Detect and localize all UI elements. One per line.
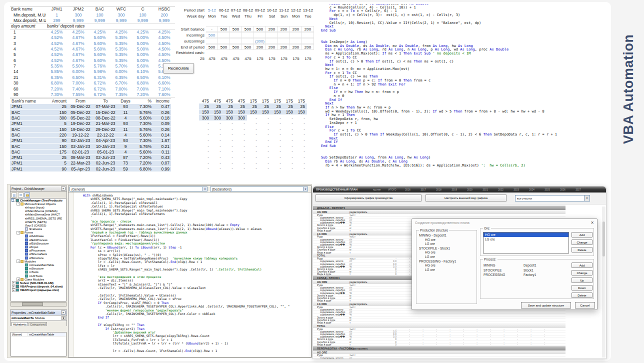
cell[interactable]: 4.52% — [46, 34, 68, 40]
cell[interactable]: - — [223, 126, 235, 132]
cell[interactable]: BAC — [10, 110, 49, 115]
cell[interactable]: 300 — [110, 12, 132, 18]
cell[interactable]: 7.40% — [68, 86, 89, 92]
cell[interactable]: 4 — [118, 115, 133, 120]
cell[interactable]: 08-12 — [242, 8, 254, 12]
cell[interactable]: 175 — [49, 149, 68, 154]
cell[interactable]: 475 — [211, 98, 223, 104]
cell[interactable]: 25 — [259, 104, 271, 109]
project-tree-item[interactable]: ufStructure — [11, 256, 66, 260]
process-delete-button[interactable]: Delete — [572, 292, 592, 298]
expand-icon[interactable]: + — [12, 285, 16, 288]
cell[interactable]: - — [271, 126, 283, 132]
cell[interactable]: 0.26 — [153, 126, 171, 132]
cell[interactable]: 4.67% — [68, 46, 89, 52]
close-icon[interactable]: × — [61, 310, 66, 314]
cell[interactable]: 21-Mar-23 — [93, 121, 118, 126]
cell[interactable]: 6.60% — [154, 80, 175, 86]
cell[interactable]: JPM1 — [10, 166, 49, 172]
cell[interactable]: 0.26 — [153, 110, 171, 115]
cell[interactable]: 475 — [235, 98, 247, 104]
cell[interactable]: 175 — [254, 56, 266, 61]
cell[interactable]: 4.52% — [46, 40, 68, 46]
cell[interactable]: 6.80% — [46, 80, 68, 86]
cell[interactable]: Amount — [49, 98, 68, 104]
cell[interactable]: 475 — [206, 56, 218, 61]
scrollbar-thumb[interactable] — [602, 222, 605, 256]
cell[interactable]: 19-Dec-22 — [68, 126, 93, 132]
cell[interactable]: 200 — [302, 44, 314, 50]
cell[interactable]: - — [271, 166, 283, 172]
cell[interactable]: - — [271, 138, 283, 143]
structure-item[interactable]: LG ore — [419, 242, 476, 246]
cell[interactable]: 4 — [118, 149, 133, 154]
structure-item[interactable]: PROCESSING - Factory1 — [419, 260, 476, 264]
cell[interactable]: - — [283, 120, 295, 126]
cell[interactable]: 4.67% — [68, 52, 89, 58]
cell[interactable]: 4.67% — [68, 58, 89, 63]
cell[interactable]: 475 — [242, 56, 254, 61]
cell[interactable]: - — [223, 143, 235, 148]
cell[interactable]: % — [133, 98, 153, 104]
cell[interactable]: BAC — [10, 126, 49, 132]
process-row[interactable]: PROCESSINGFactory1 — [484, 272, 568, 278]
project-tree-item[interactable]: mStructure — [11, 267, 66, 270]
cell[interactable]: - — [211, 120, 223, 126]
cell[interactable]: Mon — [206, 14, 218, 18]
cell[interactable]: 6.50% — [132, 74, 154, 80]
cell[interactable]: - — [295, 143, 307, 148]
cell[interactable]: 300 — [235, 115, 247, 120]
cell[interactable]: - — [223, 166, 235, 172]
cell[interactable]: 19-Dec-22 — [68, 121, 93, 126]
cell[interactable]: 200 — [302, 26, 314, 32]
cell[interactable]: From — [68, 98, 93, 104]
cell[interactable]: 299 — [46, 18, 68, 23]
cell[interactable]: - — [211, 143, 223, 148]
cell[interactable]: - — [259, 120, 271, 126]
cell[interactable]: - — [199, 138, 211, 143]
cell[interactable]: 475 — [218, 56, 230, 61]
cell[interactable]: Income — [153, 98, 171, 104]
cell[interactable]: 5.35% — [110, 58, 132, 63]
cell[interactable]: - — [271, 149, 283, 154]
cell[interactable]: - — [259, 160, 271, 166]
cell[interactable]: 4.67% — [68, 40, 89, 46]
cell[interactable]: 7.20% — [132, 92, 154, 97]
close-icon[interactable]: × — [61, 186, 66, 190]
cell[interactable]: 0.09 — [153, 121, 171, 126]
cell[interactable]: 5.00% — [132, 40, 154, 46]
project-tree-item[interactable]: -ChinkManager (TestProductio — [11, 198, 66, 202]
toggle-folders-icon[interactable] — [24, 192, 30, 198]
cell[interactable]: - — [199, 160, 211, 166]
cell[interactable]: 200 — [266, 26, 278, 32]
cell[interactable]: 7.35% — [110, 92, 132, 97]
cell[interactable]: 7.00% — [110, 86, 132, 92]
cell[interactable]: 150 — [235, 110, 247, 115]
cell[interactable]: 175 — [271, 98, 283, 104]
process-change-button[interactable]: Change — [572, 270, 592, 276]
cell[interactable]: 93 — [118, 138, 133, 144]
project-tree-item[interactable]: shRES_SHEMA_SETS (RE — [11, 216, 66, 220]
cell[interactable]: Mon — [290, 14, 302, 18]
cell[interactable]: - — [259, 138, 271, 143]
cell[interactable]: 02-Jun-23 — [93, 154, 118, 160]
structure-item[interactable]: HG ore — [419, 238, 476, 242]
ore-add-button[interactable]: Add — [572, 232, 592, 238]
cell[interactable]: 7.30% — [46, 92, 68, 97]
cell[interactable]: 6.10% — [132, 69, 154, 74]
cell[interactable]: 6.10% — [154, 74, 175, 80]
cell[interactable]: - — [211, 149, 223, 154]
project-tree-hscrollbar[interactable] — [10, 302, 66, 306]
project-tree-item[interactable]: mUFTools — [11, 274, 66, 278]
tab-alphabetic[interactable]: Alphabetic — [12, 322, 28, 326]
project-tree-item[interactable]: shInput (Input) — [11, 206, 66, 209]
cell[interactable]: 5.76% — [133, 110, 153, 115]
cell[interactable]: 60 — [10, 86, 46, 92]
cell[interactable]: 15-Dec-22 — [93, 110, 118, 115]
cell[interactable]: - — [223, 149, 235, 154]
cell[interactable]: 4.67% — [68, 34, 89, 40]
cell[interactable]: 5-12 — [206, 8, 218, 12]
cell[interactable]: 9,999 — [89, 18, 110, 23]
cell[interactable]: 25 — [295, 104, 307, 109]
cell[interactable]: 93 — [118, 121, 133, 126]
